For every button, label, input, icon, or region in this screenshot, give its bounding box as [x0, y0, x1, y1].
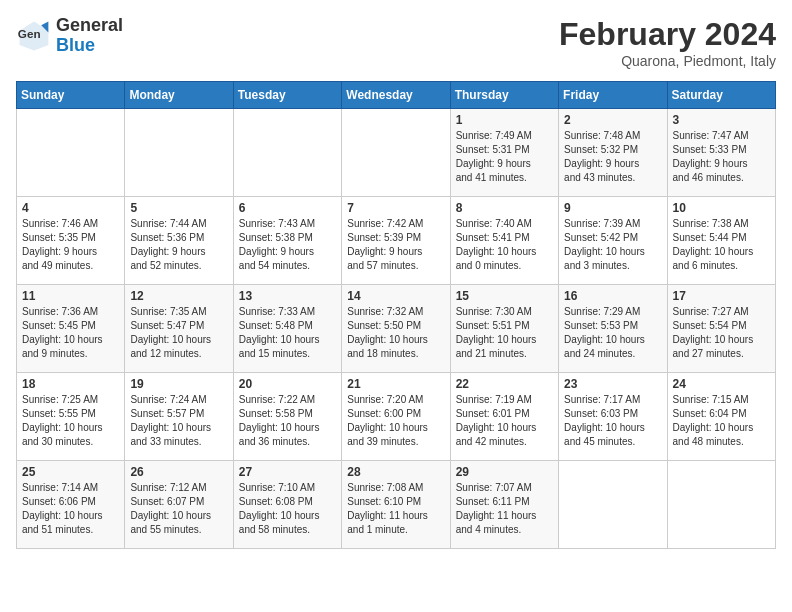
weekday-header-monday: Monday [125, 82, 233, 109]
calendar-cell: 7Sunrise: 7:42 AM Sunset: 5:39 PM Daylig… [342, 197, 450, 285]
day-number: 2 [564, 113, 661, 127]
day-info: Sunrise: 7:43 AM Sunset: 5:38 PM Dayligh… [239, 217, 336, 273]
day-number: 3 [673, 113, 770, 127]
calendar-cell [667, 461, 775, 549]
calendar-cell: 27Sunrise: 7:10 AM Sunset: 6:08 PM Dayli… [233, 461, 341, 549]
day-number: 28 [347, 465, 444, 479]
weekday-header-row: SundayMondayTuesdayWednesdayThursdayFrid… [17, 82, 776, 109]
calendar-table: SundayMondayTuesdayWednesdayThursdayFrid… [16, 81, 776, 549]
day-number: 29 [456, 465, 553, 479]
day-info: Sunrise: 7:29 AM Sunset: 5:53 PM Dayligh… [564, 305, 661, 361]
weekday-header-friday: Friday [559, 82, 667, 109]
day-number: 13 [239, 289, 336, 303]
calendar-week-row: 1Sunrise: 7:49 AM Sunset: 5:31 PM Daylig… [17, 109, 776, 197]
day-info: Sunrise: 7:33 AM Sunset: 5:48 PM Dayligh… [239, 305, 336, 361]
calendar-cell: 4Sunrise: 7:46 AM Sunset: 5:35 PM Daylig… [17, 197, 125, 285]
logo: Gen General Blue [16, 16, 123, 56]
calendar-cell: 14Sunrise: 7:32 AM Sunset: 5:50 PM Dayli… [342, 285, 450, 373]
day-number: 22 [456, 377, 553, 391]
logo-general: General [56, 16, 123, 36]
calendar-cell: 9Sunrise: 7:39 AM Sunset: 5:42 PM Daylig… [559, 197, 667, 285]
weekday-header-wednesday: Wednesday [342, 82, 450, 109]
logo-icon: Gen [16, 18, 52, 54]
day-info: Sunrise: 7:27 AM Sunset: 5:54 PM Dayligh… [673, 305, 770, 361]
calendar-cell [125, 109, 233, 197]
day-number: 20 [239, 377, 336, 391]
calendar-cell: 17Sunrise: 7:27 AM Sunset: 5:54 PM Dayli… [667, 285, 775, 373]
calendar-week-row: 18Sunrise: 7:25 AM Sunset: 5:55 PM Dayli… [17, 373, 776, 461]
day-info: Sunrise: 7:49 AM Sunset: 5:31 PM Dayligh… [456, 129, 553, 185]
day-info: Sunrise: 7:07 AM Sunset: 6:11 PM Dayligh… [456, 481, 553, 537]
calendar-cell: 13Sunrise: 7:33 AM Sunset: 5:48 PM Dayli… [233, 285, 341, 373]
day-info: Sunrise: 7:08 AM Sunset: 6:10 PM Dayligh… [347, 481, 444, 537]
day-info: Sunrise: 7:42 AM Sunset: 5:39 PM Dayligh… [347, 217, 444, 273]
calendar-cell: 19Sunrise: 7:24 AM Sunset: 5:57 PM Dayli… [125, 373, 233, 461]
day-number: 19 [130, 377, 227, 391]
weekday-header-saturday: Saturday [667, 82, 775, 109]
day-info: Sunrise: 7:47 AM Sunset: 5:33 PM Dayligh… [673, 129, 770, 185]
day-info: Sunrise: 7:39 AM Sunset: 5:42 PM Dayligh… [564, 217, 661, 273]
day-info: Sunrise: 7:19 AM Sunset: 6:01 PM Dayligh… [456, 393, 553, 449]
calendar-cell: 1Sunrise: 7:49 AM Sunset: 5:31 PM Daylig… [450, 109, 558, 197]
calendar-cell: 20Sunrise: 7:22 AM Sunset: 5:58 PM Dayli… [233, 373, 341, 461]
calendar-cell: 11Sunrise: 7:36 AM Sunset: 5:45 PM Dayli… [17, 285, 125, 373]
calendar-cell [17, 109, 125, 197]
logo-text: General Blue [56, 16, 123, 56]
calendar-week-row: 11Sunrise: 7:36 AM Sunset: 5:45 PM Dayli… [17, 285, 776, 373]
calendar-cell: 10Sunrise: 7:38 AM Sunset: 5:44 PM Dayli… [667, 197, 775, 285]
day-number: 23 [564, 377, 661, 391]
calendar-cell: 3Sunrise: 7:47 AM Sunset: 5:33 PM Daylig… [667, 109, 775, 197]
weekday-header-thursday: Thursday [450, 82, 558, 109]
day-info: Sunrise: 7:20 AM Sunset: 6:00 PM Dayligh… [347, 393, 444, 449]
day-info: Sunrise: 7:44 AM Sunset: 5:36 PM Dayligh… [130, 217, 227, 273]
calendar-cell: 5Sunrise: 7:44 AM Sunset: 5:36 PM Daylig… [125, 197, 233, 285]
day-number: 1 [456, 113, 553, 127]
day-number: 25 [22, 465, 119, 479]
calendar-week-row: 4Sunrise: 7:46 AM Sunset: 5:35 PM Daylig… [17, 197, 776, 285]
day-number: 10 [673, 201, 770, 215]
calendar-cell: 21Sunrise: 7:20 AM Sunset: 6:00 PM Dayli… [342, 373, 450, 461]
calendar-cell: 15Sunrise: 7:30 AM Sunset: 5:51 PM Dayli… [450, 285, 558, 373]
month-title: February 2024 [559, 16, 776, 53]
day-number: 7 [347, 201, 444, 215]
day-number: 27 [239, 465, 336, 479]
day-number: 15 [456, 289, 553, 303]
calendar-cell: 23Sunrise: 7:17 AM Sunset: 6:03 PM Dayli… [559, 373, 667, 461]
calendar-cell: 6Sunrise: 7:43 AM Sunset: 5:38 PM Daylig… [233, 197, 341, 285]
day-number: 6 [239, 201, 336, 215]
day-number: 26 [130, 465, 227, 479]
day-number: 11 [22, 289, 119, 303]
page-header: Gen General Blue February 2024 Quarona, … [16, 16, 776, 69]
day-number: 9 [564, 201, 661, 215]
day-number: 5 [130, 201, 227, 215]
day-info: Sunrise: 7:24 AM Sunset: 5:57 PM Dayligh… [130, 393, 227, 449]
calendar-cell: 24Sunrise: 7:15 AM Sunset: 6:04 PM Dayli… [667, 373, 775, 461]
calendar-cell: 12Sunrise: 7:35 AM Sunset: 5:47 PM Dayli… [125, 285, 233, 373]
logo-blue: Blue [56, 36, 123, 56]
calendar-cell [233, 109, 341, 197]
calendar-cell: 26Sunrise: 7:12 AM Sunset: 6:07 PM Dayli… [125, 461, 233, 549]
title-block: February 2024 Quarona, Piedmont, Italy [559, 16, 776, 69]
calendar-cell [559, 461, 667, 549]
day-info: Sunrise: 7:14 AM Sunset: 6:06 PM Dayligh… [22, 481, 119, 537]
day-info: Sunrise: 7:30 AM Sunset: 5:51 PM Dayligh… [456, 305, 553, 361]
day-info: Sunrise: 7:46 AM Sunset: 5:35 PM Dayligh… [22, 217, 119, 273]
day-number: 4 [22, 201, 119, 215]
calendar-cell: 16Sunrise: 7:29 AM Sunset: 5:53 PM Dayli… [559, 285, 667, 373]
weekday-header-sunday: Sunday [17, 82, 125, 109]
day-info: Sunrise: 7:12 AM Sunset: 6:07 PM Dayligh… [130, 481, 227, 537]
day-number: 14 [347, 289, 444, 303]
day-info: Sunrise: 7:32 AM Sunset: 5:50 PM Dayligh… [347, 305, 444, 361]
calendar-week-row: 25Sunrise: 7:14 AM Sunset: 6:06 PM Dayli… [17, 461, 776, 549]
location-subtitle: Quarona, Piedmont, Italy [559, 53, 776, 69]
day-info: Sunrise: 7:17 AM Sunset: 6:03 PM Dayligh… [564, 393, 661, 449]
calendar-cell: 22Sunrise: 7:19 AM Sunset: 6:01 PM Dayli… [450, 373, 558, 461]
calendar-cell: 8Sunrise: 7:40 AM Sunset: 5:41 PM Daylig… [450, 197, 558, 285]
calendar-cell: 25Sunrise: 7:14 AM Sunset: 6:06 PM Dayli… [17, 461, 125, 549]
calendar-cell: 29Sunrise: 7:07 AM Sunset: 6:11 PM Dayli… [450, 461, 558, 549]
svg-text:Gen: Gen [18, 27, 41, 40]
day-number: 17 [673, 289, 770, 303]
day-info: Sunrise: 7:25 AM Sunset: 5:55 PM Dayligh… [22, 393, 119, 449]
calendar-cell [342, 109, 450, 197]
day-info: Sunrise: 7:48 AM Sunset: 5:32 PM Dayligh… [564, 129, 661, 185]
